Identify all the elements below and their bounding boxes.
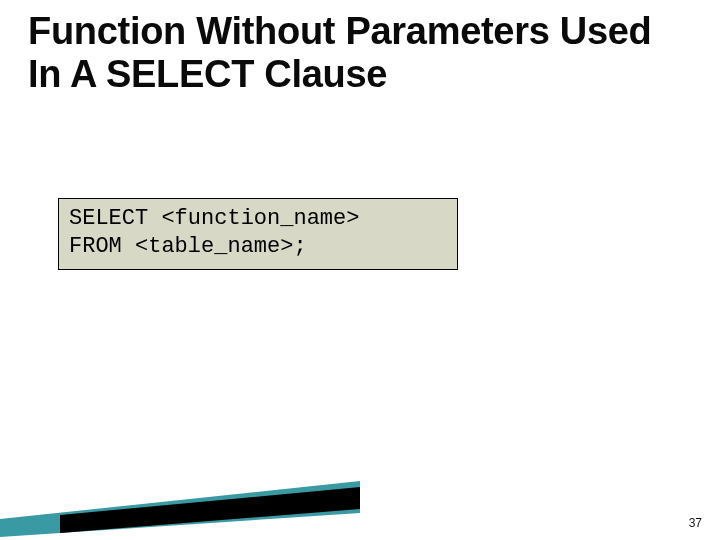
accent-black <box>60 487 360 533</box>
page-number: 37 <box>689 516 702 530</box>
code-block: SELECT <function_name> FROM <table_name>… <box>58 198 458 270</box>
slide-title: Function Without Parameters Used In A SE… <box>28 10 688 95</box>
slide: Function Without Parameters Used In A SE… <box>0 0 720 540</box>
accent-stripe <box>0 457 720 537</box>
code-line-1: SELECT <function_name> <box>69 206 359 231</box>
code-line-2: FROM <table_name>; <box>69 234 307 259</box>
accent-teal <box>0 481 360 537</box>
